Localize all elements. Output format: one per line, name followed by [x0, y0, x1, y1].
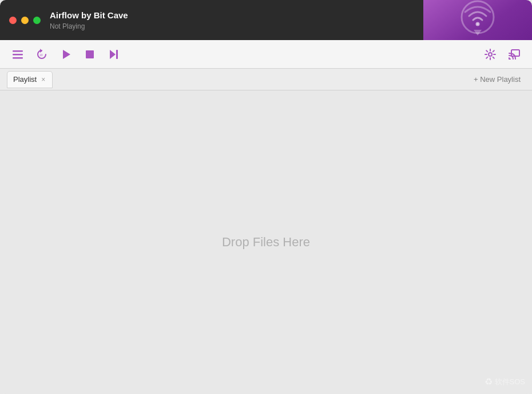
playlist-tab-label: Playlist [13, 75, 37, 84]
title-bar: Airflow by Bit Cave Not Playing [0, 0, 423, 40]
svg-rect-3 [13, 54, 23, 56]
list-icon [11, 48, 24, 61]
svg-rect-12 [511, 50, 519, 56]
svg-rect-4 [13, 57, 23, 59]
traffic-lights[interactable] [9, 17, 41, 24]
next-button[interactable] [105, 46, 122, 63]
cast-icon [508, 48, 521, 61]
replay-10-button[interactable]: 10 [33, 46, 50, 63]
stop-icon [84, 48, 96, 61]
new-playlist-button[interactable]: + New Playlist [469, 73, 525, 86]
watermark-text: 软件SOS [495, 377, 525, 387]
app-title: Airflow by Bit Cave [50, 10, 414, 21]
tab-close-button[interactable]: × [40, 76, 46, 83]
svg-point-1 [476, 22, 480, 26]
main-content: Drop Files Here ♻ 软件SOS [0, 90, 532, 394]
svg-marker-7 [63, 50, 70, 59]
svg-marker-5 [40, 49, 42, 53]
settings-button[interactable] [482, 46, 499, 63]
play-icon [59, 48, 72, 61]
drop-hint: Drop Files Here [222, 235, 310, 250]
airplay-panel[interactable] [423, 0, 532, 40]
cast-button[interactable] [506, 46, 523, 63]
playlist-tab[interactable]: Playlist × [7, 71, 53, 88]
app-status: Not Playing [50, 22, 414, 30]
svg-point-11 [489, 53, 492, 56]
svg-rect-2 [13, 50, 23, 52]
watermark-icon: ♻ [485, 376, 493, 387]
next-icon [108, 48, 120, 61]
svg-rect-10 [116, 50, 118, 59]
maximize-button[interactable] [33, 17, 41, 24]
minimize-button[interactable] [21, 17, 29, 24]
app-title-area: Airflow by Bit Cave Not Playing [50, 10, 414, 30]
svg-marker-9 [110, 50, 116, 59]
replay-icon: 10 [35, 48, 48, 61]
tabs-bar: Playlist × + New Playlist [0, 69, 532, 90]
svg-text:10: 10 [39, 53, 43, 57]
airplay-wifi-icon [458, 0, 498, 40]
play-button[interactable] [57, 46, 74, 63]
close-button[interactable] [9, 17, 17, 24]
playlist-toggle-button[interactable] [9, 46, 26, 63]
stop-button[interactable] [81, 46, 98, 63]
svg-rect-8 [86, 50, 94, 58]
watermark: ♻ 软件SOS [485, 376, 525, 387]
gear-icon [484, 48, 497, 61]
new-playlist-label: + New Playlist [474, 75, 521, 84]
toolbar: 10 [0, 40, 532, 69]
